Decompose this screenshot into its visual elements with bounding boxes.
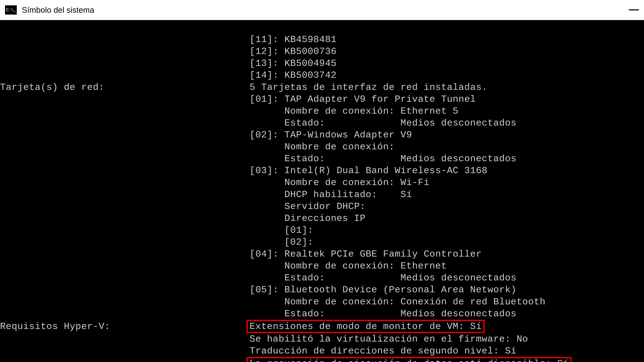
adapter-03-ipaddr: Direcciones IP <box>0 213 366 224</box>
hotfix-line: [12]: KB5000736 <box>0 46 336 57</box>
hotfix-line: [14]: KB5003742 <box>0 70 336 81</box>
adapter-02-header: [02]: TAP-Windows Adapter V9 <box>0 130 412 140</box>
adapter-05-connname: Nombre de conexión: Conexión de red Blue… <box>0 297 546 307</box>
adapter-04-header: [04]: Realtek PCIe GBE Family Controller <box>0 249 482 259</box>
cmd-icon <box>5 5 17 14</box>
adapter-01-connname: Nombre de conexión: Ethernet 5 <box>0 106 458 116</box>
hyperv-dep: La prevención de ejecución de datos está… <box>0 358 572 362</box>
hyperv-ext-highlight: Extensiones de modo de monitor de VM: Sí <box>246 320 485 333</box>
adapter-03-ip02: [02]: <box>0 237 314 248</box>
hotfix-line: [13]: KB5004945 <box>0 58 336 69</box>
hotfix-line: [11]: KB4598481 <box>0 34 336 45</box>
adapter-03-ip01: [01]: <box>0 225 314 236</box>
hyperv-label: Requisitos Hyper-V: Extensiones de modo … <box>0 321 485 332</box>
hyperv-slat: Traducción de direcciones de segundo niv… <box>0 346 516 356</box>
adapter-04-state: Estado: Medios desconectados <box>0 273 516 283</box>
terminal-output[interactable]: [11]: KB4598481 [12]: KB5000736 [13]: KB… <box>0 20 644 362</box>
adapter-03-header: [03]: Intel(R) Dual Band Wireless-AC 316… <box>0 165 488 176</box>
adapter-01-state: Estado: Medios desconectados <box>0 118 516 128</box>
adapter-02-connname: Nombre de conexión: <box>0 141 394 152</box>
adapter-05-state: Estado: Medios desconectados <box>0 308 516 319</box>
hyperv-dep-highlight: La prevención de ejecución de datos está… <box>246 357 572 362</box>
network-label: Tarjeta(s) de red: 5 Tarjetas de interfa… <box>0 82 488 93</box>
adapter-03-connname: Nombre de conexión: Wi-Fi <box>0 177 430 188</box>
adapter-02-state: Estado: Medios desconectados <box>0 153 516 164</box>
adapter-03-dhcpserver: Servidor DHCP: <box>0 201 366 212</box>
adapter-04-connname: Nombre de conexión: Ethernet <box>0 261 447 271</box>
minimize-button[interactable] <box>629 9 639 10</box>
window-titlebar: Símbolo del sistema <box>0 0 644 20</box>
window-title: Símbolo del sistema <box>22 5 94 14</box>
adapter-01-header: [01]: TAP Adapter V9 for Private Tunnel <box>0 94 476 105</box>
hyperv-virt: Se habilitó la virtualización en el firm… <box>0 334 528 345</box>
adapter-03-dhcp: DHCP habilitado: Sí <box>0 189 412 200</box>
adapter-05-header: [05]: Bluetooth Device (Personal Area Ne… <box>0 284 516 295</box>
